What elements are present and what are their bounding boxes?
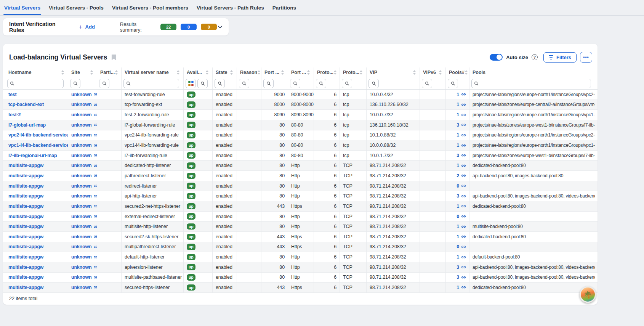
- sort-icon[interactable]: [176, 70, 180, 75]
- site-link[interactable]: unknown: [71, 244, 97, 249]
- tab-virtual-servers-pools[interactable]: Virtual Servers - Pools: [45, 0, 108, 15]
- pools-count-link[interactable]: 1: [457, 92, 466, 97]
- sort-icon[interactable]: [413, 70, 416, 75]
- pools-count-link[interactable]: 1: [457, 234, 466, 239]
- pools-count-link[interactable]: 0: [457, 244, 466, 249]
- hostname-link[interactable]: multisite-appgw: [8, 183, 43, 189]
- column-header-pools[interactable]: Pools: [469, 67, 595, 77]
- sort-icon[interactable]: [257, 70, 261, 75]
- site-link[interactable]: unknown: [71, 254, 97, 260]
- site-link[interactable]: unknown: [71, 183, 97, 189]
- hostname-link[interactable]: tcp-backend-ext: [8, 102, 44, 107]
- hostname-link[interactable]: multisite-appgw: [8, 244, 43, 249]
- pools-count-link[interactable]: 3: [457, 275, 466, 280]
- hostname-link[interactable]: l7-global-url-map: [8, 122, 46, 128]
- status-filter-button[interactable]: [186, 79, 196, 88]
- hostname-link[interactable]: test-2: [8, 112, 21, 117]
- sort-icon[interactable]: [333, 70, 337, 75]
- column-header-pools[interactable]: Pools#: [446, 67, 469, 77]
- hostname-link[interactable]: test: [8, 92, 16, 97]
- chevron-down-icon[interactable]: [217, 24, 223, 30]
- site-link[interactable]: unknown: [71, 204, 97, 209]
- search-filter-button[interactable]: [263, 79, 274, 88]
- pools-count-link[interactable]: 1: [457, 132, 466, 138]
- search-filter-button[interactable]: [368, 79, 379, 88]
- site-link[interactable]: unknown: [71, 153, 97, 158]
- hostname-link[interactable]: multisite-appgw: [8, 265, 43, 270]
- pools-count-link[interactable]: 1: [457, 163, 466, 168]
- site-link[interactable]: unknown: [71, 275, 97, 280]
- site-link[interactable]: unknown: [71, 193, 97, 199]
- column-header-avail[interactable]: Avail...: [184, 67, 213, 77]
- search-filter-button[interactable]: [422, 79, 432, 88]
- column-header-proto[interactable]: Proto...: [340, 67, 367, 77]
- hostname-link[interactable]: multisite-appgw: [8, 163, 43, 168]
- sort-icon[interactable]: [465, 70, 468, 75]
- hostname-link[interactable]: multisite-appgw: [8, 234, 43, 239]
- bookmark-icon[interactable]: [111, 54, 116, 61]
- site-link[interactable]: unknown: [71, 265, 97, 270]
- site-link[interactable]: unknown: [71, 132, 97, 138]
- hostname-link[interactable]: multisite-appgw: [8, 285, 43, 290]
- hostname-link[interactable]: multisite-appgw: [8, 224, 43, 229]
- pools-count-link[interactable]: 3: [457, 193, 466, 199]
- column-header-port[interactable]: Port ...: [288, 67, 314, 77]
- column-header-vip[interactable]: VIP: [367, 67, 420, 77]
- search-filter-button[interactable]: [342, 79, 352, 88]
- pools-count-link[interactable]: 2: [457, 173, 466, 178]
- filters-button[interactable]: Filters: [543, 52, 577, 63]
- site-link[interactable]: unknown: [71, 224, 97, 229]
- pools-count-link[interactable]: 1: [457, 254, 466, 260]
- pools-count-link[interactable]: 0: [457, 214, 466, 219]
- column-header-site[interactable]: Site: [68, 67, 97, 77]
- warn-count-badge[interactable]: 0: [201, 24, 217, 30]
- site-link[interactable]: unknown: [71, 112, 97, 117]
- pools-count-link[interactable]: 3: [457, 265, 466, 270]
- search-filter-button[interactable]: [316, 79, 326, 88]
- site-link[interactable]: unknown: [71, 163, 97, 168]
- pools-count-link[interactable]: 1: [457, 102, 466, 107]
- column-header-parti[interactable]: Parti...: [97, 67, 122, 77]
- hostname-link[interactable]: l7-ilb-regional-url-map: [8, 153, 57, 158]
- sort-icon[interactable]: [359, 70, 363, 75]
- sort-icon[interactable]: [61, 70, 64, 75]
- pools-count-link[interactable]: 1: [457, 112, 466, 117]
- filter-input[interactable]: [471, 79, 591, 88]
- column-header-state[interactable]: State: [213, 67, 237, 77]
- site-link[interactable]: unknown: [71, 234, 97, 239]
- pools-count-link[interactable]: 3: [457, 122, 466, 128]
- search-filter-button[interactable]: [215, 79, 225, 88]
- pools-count-link[interactable]: 1: [457, 143, 466, 148]
- hostname-link[interactable]: multisite-appgw: [8, 204, 43, 209]
- hostname-link[interactable]: vpc1-l4-ilb-backend-service: [8, 143, 68, 148]
- column-header-port[interactable]: Port ...: [261, 67, 288, 77]
- pools-count-link[interactable]: 1: [457, 204, 466, 209]
- sort-icon[interactable]: [439, 70, 442, 75]
- sort-icon[interactable]: [115, 70, 118, 75]
- search-filter-button[interactable]: [70, 79, 80, 88]
- help-icon[interactable]: ?: [532, 54, 538, 60]
- add-rule-button[interactable]: + Add: [79, 24, 95, 30]
- column-header-virtual-server-name[interactable]: Virtual server name: [122, 67, 184, 77]
- pools-count-link[interactable]: 0: [457, 183, 466, 189]
- tab-virtual-servers-pool-members[interactable]: Virtual Servers - Pool members: [108, 0, 192, 15]
- tab-partitions[interactable]: Partitions: [268, 0, 300, 15]
- tab-virtual-servers-path-rules[interactable]: Virtual Servers - Path Rules: [192, 0, 268, 15]
- pools-count-link[interactable]: 1: [457, 224, 466, 229]
- column-header-reason[interactable]: Reason: [237, 67, 261, 77]
- hostname-link[interactable]: vpc2-l4-ilb-backend-service: [8, 132, 68, 138]
- column-header-hostname[interactable]: Hostname: [5, 67, 68, 77]
- hostname-link[interactable]: multisite-appgw: [8, 173, 43, 178]
- search-filter-button[interactable]: [197, 79, 208, 88]
- site-link[interactable]: unknown: [71, 143, 97, 148]
- site-link[interactable]: unknown: [71, 173, 97, 178]
- sort-icon[interactable]: [307, 70, 310, 75]
- sort-icon[interactable]: [90, 70, 93, 75]
- filter-input[interactable]: [123, 79, 179, 88]
- pass-count-badge[interactable]: 22: [160, 24, 176, 30]
- island-icon[interactable]: 🌴: [580, 286, 596, 303]
- filter-input[interactable]: [7, 79, 64, 88]
- sort-icon[interactable]: [281, 70, 284, 75]
- site-link[interactable]: unknown: [71, 122, 97, 128]
- more-options-button[interactable]: •••: [580, 52, 592, 63]
